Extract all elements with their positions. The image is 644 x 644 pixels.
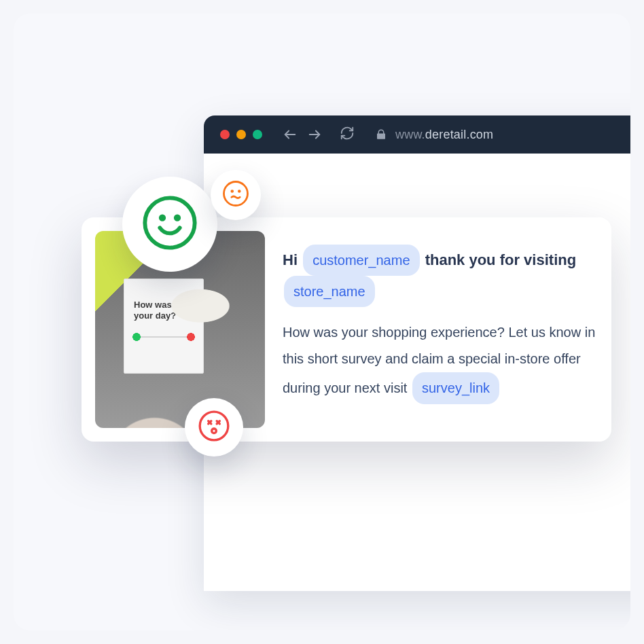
photo-poster: How was your day? xyxy=(124,279,204,374)
token-store-name[interactable]: store_name xyxy=(284,276,375,307)
card-content: Hi customer_name thank you for visiting … xyxy=(283,231,598,428)
back-button[interactable] xyxy=(283,127,298,142)
happy-bubble xyxy=(122,177,217,272)
card-body: How was your shopping experience? Let us… xyxy=(283,319,598,404)
page-canvas: www.deretail.com How was your day? Hi cu… xyxy=(14,14,630,630)
confused-icon xyxy=(221,179,250,211)
greeting-mid: thank you for visiting xyxy=(425,251,576,268)
nav-arrows xyxy=(283,127,322,142)
lock-icon xyxy=(375,128,387,141)
url-text: www.deretail.com xyxy=(395,128,493,142)
svg-point-7 xyxy=(238,191,240,192)
svg-point-5 xyxy=(224,182,248,206)
window-close-dot[interactable] xyxy=(220,130,230,139)
dead-bubble xyxy=(185,398,243,457)
svg-point-4 xyxy=(176,216,179,219)
token-customer-name[interactable]: customer_name xyxy=(303,245,419,276)
forward-button[interactable] xyxy=(307,127,322,142)
dead-face-icon xyxy=(197,409,231,446)
confused-bubble xyxy=(211,170,261,220)
window-controls xyxy=(220,130,262,139)
smile-icon xyxy=(140,193,200,255)
token-survey-link[interactable]: survey_link xyxy=(412,372,499,404)
card-heading: Hi customer_name thank you for visiting … xyxy=(283,245,598,307)
window-zoom-dot[interactable] xyxy=(253,130,262,139)
url-host: deretail.com xyxy=(425,128,493,141)
url-prefix: www. xyxy=(395,128,425,141)
svg-point-3 xyxy=(161,216,164,219)
svg-point-2 xyxy=(145,198,194,247)
svg-point-13 xyxy=(212,429,217,433)
address-bar[interactable]: www.deretail.com xyxy=(375,128,493,142)
poster-scale xyxy=(132,331,195,343)
window-minimize-dot[interactable] xyxy=(236,130,246,139)
reload-button[interactable] xyxy=(340,126,355,143)
browser-titlebar: www.deretail.com xyxy=(204,115,630,154)
svg-point-8 xyxy=(200,412,228,440)
greeting-pre: Hi xyxy=(283,251,302,268)
svg-point-6 xyxy=(232,191,233,192)
poster-caption: How was your day? xyxy=(134,300,176,321)
